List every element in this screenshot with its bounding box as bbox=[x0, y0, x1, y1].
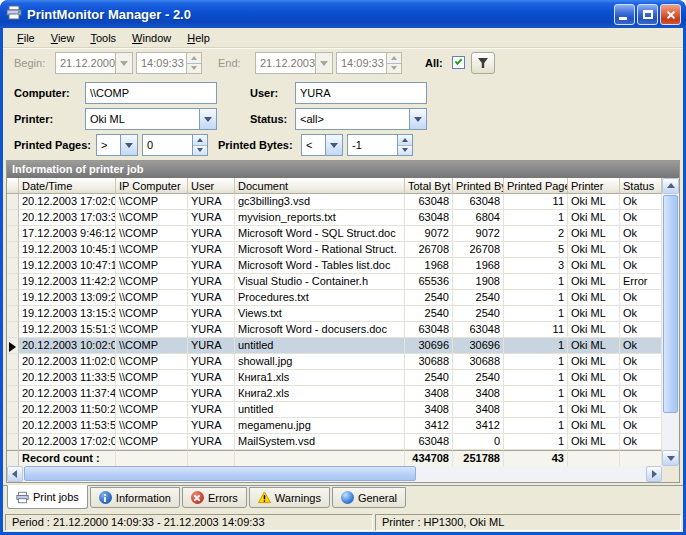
table-row[interactable]: 20.12.2003 17:02:0\\COMPYURAgc3billing3.… bbox=[7, 194, 662, 210]
printer-combobox[interactable]: Oki ML bbox=[85, 108, 217, 130]
tab-general[interactable]: General bbox=[332, 487, 406, 508]
scroll-left-button[interactable] bbox=[7, 466, 23, 482]
table-row[interactable]: 17.12.2003 9:46:12\\COMPYURAMicrosoft Wo… bbox=[7, 226, 662, 242]
column-header-printed-pages[interactable]: Printed Pages bbox=[504, 178, 568, 194]
column-header-document[interactable]: Document bbox=[235, 178, 405, 194]
end-time-down-button[interactable] bbox=[387, 64, 401, 74]
table-row[interactable]: 19.12.2003 10:47:1\\COMPYURAMicrosoft Wo… bbox=[7, 258, 662, 274]
table-row[interactable]: 19.12.2003 15:51:3\\COMPYURAMicrosoft Wo… bbox=[7, 322, 662, 338]
printed-pages-up-button[interactable] bbox=[193, 135, 207, 146]
table-row[interactable]: 19.12.2003 11:42:2\\COMPYURAVisual Studi… bbox=[7, 274, 662, 290]
scroll-right-button[interactable] bbox=[646, 466, 662, 482]
cell: 1 bbox=[504, 354, 568, 370]
printed-pages-op-dropdown-button[interactable] bbox=[120, 135, 137, 155]
computer-value: \\COMP bbox=[86, 87, 216, 99]
cell: \\COMP bbox=[116, 386, 188, 402]
horizontal-scroll-thumb[interactable] bbox=[24, 466, 416, 481]
filter-button[interactable] bbox=[471, 52, 495, 74]
column-header-status[interactable]: Status bbox=[620, 178, 662, 194]
column-header-ip-computer[interactable]: IP Computer bbox=[116, 178, 188, 194]
cell: 9072 bbox=[405, 226, 453, 242]
chevron-down-icon bbox=[414, 117, 422, 122]
cell: \\COMP bbox=[116, 434, 188, 450]
printed-bytes-down-button[interactable] bbox=[398, 146, 412, 156]
table-row[interactable]: 19.12.2003 10:45:1\\COMPYURAMicrosoft Wo… bbox=[7, 242, 662, 258]
printed-bytes-op-dropdown-button[interactable] bbox=[325, 135, 342, 155]
table-row[interactable]: 20.12.2003 11:37:4\\COMPYURAКнига2.xls34… bbox=[7, 386, 662, 402]
scroll-down-button[interactable] bbox=[662, 450, 679, 466]
scroll-up-button[interactable] bbox=[662, 178, 679, 194]
printer-dropdown-button[interactable] bbox=[199, 109, 216, 129]
begin-date-dropdown-button[interactable] bbox=[115, 53, 132, 73]
menu-view[interactable]: View bbox=[43, 30, 83, 46]
status-combobox[interactable]: <all> bbox=[295, 108, 427, 130]
maximize-button[interactable] bbox=[637, 4, 658, 25]
row-gutter bbox=[7, 322, 19, 338]
title-bar[interactable]: PrintMonitor Manager - 2.0 bbox=[0, 0, 686, 28]
column-header-printer[interactable]: Printer bbox=[568, 178, 620, 194]
table-row[interactable]: 19.12.2003 13:09:2\\COMPYURAProcedures.t… bbox=[7, 290, 662, 306]
cell: 0 bbox=[453, 434, 504, 450]
minimize-button[interactable] bbox=[614, 4, 635, 25]
printed-pages-sum: 43 bbox=[504, 450, 568, 466]
printer-icon bbox=[6, 5, 22, 24]
printed-bytes-spin-edit[interactable]: -1 bbox=[347, 134, 413, 156]
table-body: 20.12.2003 17:02:0\\COMPYURAgc3billing3.… bbox=[7, 194, 662, 450]
column-header-datetime[interactable]: Date/Time bbox=[19, 178, 116, 194]
column-header-printed-bytes[interactable]: Printed By bbox=[453, 178, 504, 194]
tab-warnings[interactable]: Warnings bbox=[249, 487, 330, 508]
table-row-selected[interactable]: 20.12.2003 10:02:0\\COMPYURAuntitled3069… bbox=[7, 338, 662, 354]
column-header-user[interactable]: User bbox=[188, 178, 235, 194]
end-time-spinner[interactable]: 14:09:33 bbox=[336, 52, 402, 74]
user-input[interactable]: YURA bbox=[295, 82, 427, 104]
menu-tools[interactable]: Tools bbox=[82, 30, 124, 46]
menu-help[interactable]: Help bbox=[179, 30, 218, 46]
end-date-dropdown-button[interactable] bbox=[315, 53, 332, 73]
cell: megamenu.jpg bbox=[235, 418, 405, 434]
end-date-picker[interactable]: 21.12.2003 bbox=[255, 52, 333, 74]
row-gutter bbox=[7, 370, 19, 386]
table-row[interactable]: 20.12.2003 11:02:0\\COMPYURAshowall.jpg3… bbox=[7, 354, 662, 370]
tab-errors[interactable]: Errors bbox=[182, 487, 247, 508]
begin-time-down-button[interactable] bbox=[187, 64, 201, 74]
cell: Ok bbox=[620, 434, 662, 450]
begin-time-up-button[interactable] bbox=[187, 53, 201, 64]
printed-bytes-up-button[interactable] bbox=[398, 135, 412, 146]
begin-date-picker[interactable]: 21.12.2000 bbox=[55, 52, 133, 74]
table-row[interactable]: 20.12.2003 11:53:5\\COMPYURAmegamenu.jpg… bbox=[7, 418, 662, 434]
funnel-icon bbox=[477, 57, 489, 69]
cell: 20.12.2003 17:02:0 bbox=[19, 194, 116, 210]
cell: 65536 bbox=[405, 274, 453, 290]
cell: \\COMP bbox=[116, 274, 188, 290]
tab-information[interactable]: Information bbox=[90, 487, 180, 508]
printed-bytes-operator-combobox[interactable]: < bbox=[301, 134, 343, 156]
table-row[interactable]: 20.12.2003 11:33:5\\COMPYURAКнига1.xls25… bbox=[7, 370, 662, 386]
table-row[interactable]: 20.12.2003 11:50:2\\COMPYURAuntitled3408… bbox=[7, 402, 662, 418]
cell: 2540 bbox=[405, 306, 453, 322]
chevron-down-icon bbox=[320, 61, 328, 66]
printed-pages-down-button[interactable] bbox=[193, 146, 207, 156]
end-time-up-button[interactable] bbox=[387, 53, 401, 64]
horizontal-scrollbar[interactable] bbox=[7, 466, 662, 482]
menu-file[interactable]: File bbox=[9, 30, 43, 46]
cell: Ok bbox=[620, 354, 662, 370]
status-dropdown-button[interactable] bbox=[409, 109, 426, 129]
vertical-scrollbar[interactable] bbox=[662, 178, 679, 466]
computer-input[interactable]: \\COMP bbox=[85, 82, 217, 104]
begin-time-spinner[interactable]: 14:09:33 bbox=[136, 52, 202, 74]
table-row[interactable]: 20.12.2003 17:03:3\\COMPYURAmyvision_rep… bbox=[7, 210, 662, 226]
table-row[interactable]: 19.12.2003 13:15:3\\COMPYURAViews.txt254… bbox=[7, 306, 662, 322]
table-row[interactable]: 20.12.2003 17:02:0\\COMPYURAMailSystem.v… bbox=[7, 434, 662, 450]
tab-print-jobs[interactable]: Print jobs bbox=[7, 485, 88, 509]
row-gutter bbox=[7, 210, 19, 226]
cell: Microsoft Word - Tables list.doc bbox=[235, 258, 405, 274]
printed-pages-spin-edit[interactable]: 0 bbox=[142, 134, 208, 156]
vertical-scroll-thumb[interactable] bbox=[663, 195, 678, 413]
end-label: End: bbox=[218, 52, 241, 74]
column-header-total-bytes[interactable]: Total Byt bbox=[405, 178, 453, 194]
menu-window[interactable]: Window bbox=[124, 30, 179, 46]
all-checkbox[interactable] bbox=[452, 56, 465, 69]
printed-pages-operator-combobox[interactable]: > bbox=[96, 134, 138, 156]
cell: 6804 bbox=[453, 210, 504, 226]
close-button[interactable] bbox=[660, 4, 681, 25]
